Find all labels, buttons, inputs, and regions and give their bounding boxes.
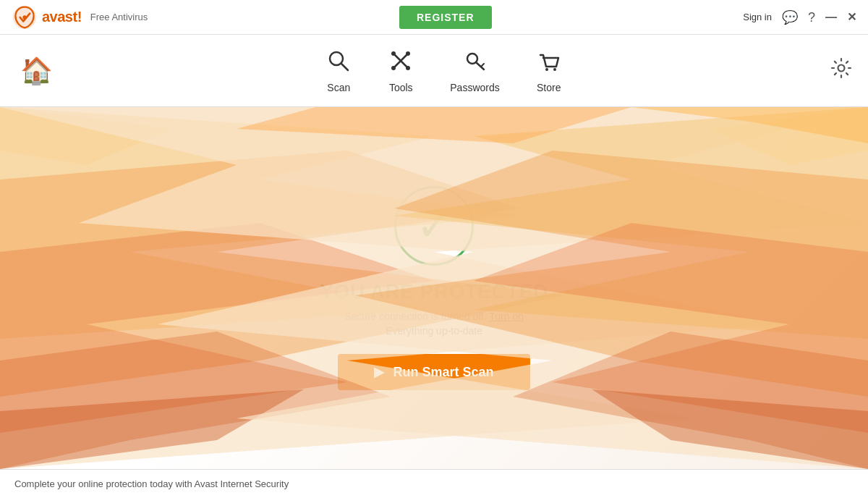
scan-icon [326, 48, 352, 77]
store-label: Store [537, 82, 561, 93]
avast-logo: avast! [12, 4, 82, 30]
nav-item-tools[interactable]: Tools [388, 48, 414, 93]
titlebar-right: Sign in 💬 ? — ✕ [743, 10, 856, 24]
signin-button[interactable]: Sign in [743, 12, 772, 22]
svg-line-12 [481, 64, 484, 67]
home-icon: 🏠 [20, 56, 53, 86]
tools-label: Tools [389, 82, 413, 93]
main-content: ✓ YOU ARE PROTECTED Secure connection is… [0, 107, 868, 469]
navbar: 🏠 Scan [0, 35, 868, 107]
home-button[interactable]: 🏠 [14, 50, 59, 92]
titlebar-left: avast! Free Antivirus [12, 4, 148, 30]
svg-line-3 [341, 64, 348, 70]
passwords-label: Passwords [450, 82, 499, 93]
nav-items: Scan Tools [59, 48, 829, 93]
scan-label: Scan [327, 82, 350, 93]
nav-item-scan[interactable]: Scan [326, 48, 352, 93]
nav-item-store[interactable]: Store [536, 48, 562, 93]
svg-point-13 [545, 68, 548, 71]
svg-point-15 [838, 65, 845, 72]
titlebar: avast! Free Antivirus REGISTER Sign in 💬… [0, 0, 868, 35]
product-name: Free Antivirus [90, 12, 148, 22]
titlebar-center: REGISTER [399, 6, 492, 29]
promo-text: Complete your online protection today wi… [14, 478, 289, 489]
register-button[interactable]: REGISTER [399, 6, 492, 29]
bottom-bar: Complete your online protection today wi… [0, 469, 868, 498]
svg-point-8 [406, 51, 410, 56]
minimize-button[interactable]: — [825, 11, 837, 24]
passwords-icon [462, 48, 488, 77]
bg-right-decoration [0, 107, 868, 469]
help-icon[interactable]: ? [808, 11, 815, 24]
store-icon [536, 48, 562, 77]
close-button[interactable]: ✕ [847, 10, 856, 24]
svg-point-9 [391, 66, 396, 70]
chat-icon[interactable]: 💬 [782, 11, 798, 24]
svg-point-6 [391, 51, 396, 56]
tools-icon [388, 48, 414, 77]
svg-point-7 [406, 66, 410, 70]
avast-logo-icon [12, 4, 38, 30]
settings-button[interactable] [829, 56, 854, 85]
avast-brand-name: avast! [42, 9, 82, 25]
svg-point-1 [22, 15, 26, 19]
svg-point-14 [553, 68, 556, 71]
nav-item-passwords[interactable]: Passwords [450, 48, 499, 93]
